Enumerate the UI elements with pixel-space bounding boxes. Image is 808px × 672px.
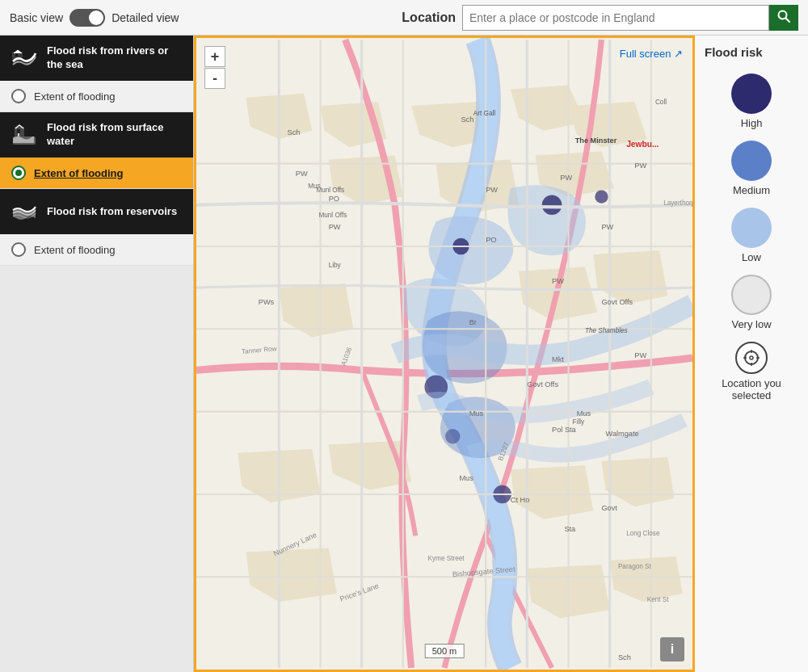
location-selected-icon: [735, 342, 768, 374]
svg-text:PO: PO: [486, 236, 496, 244]
svg-text:Mus: Mus: [469, 410, 484, 418]
legend-circle-very-low: [731, 275, 772, 315]
svg-text:PW: PW: [486, 186, 498, 194]
svg-text:Govt Offs: Govt Offs: [601, 298, 633, 306]
sidebar: Flood risk from rivers or the sea Extent…: [0, 36, 194, 672]
detailed-view-label: Detailed view: [112, 11, 179, 24]
svg-point-81: [745, 351, 758, 364]
radio-rivers-extent: [11, 89, 26, 103]
svg-text:PW: PW: [634, 162, 646, 170]
legend-item-low: Low: [705, 208, 798, 263]
info-icon: i: [671, 642, 674, 657]
surface-water-icon: [10, 120, 39, 149]
layer-header-reservoirs[interactable]: Flood risk from reservoirs: [0, 189, 193, 234]
svg-text:Layerthorpe: Layerthorpe: [663, 200, 692, 207]
svg-rect-3: [15, 53, 18, 57]
legend-circle-low: [731, 208, 772, 248]
svg-text:PO: PO: [329, 195, 339, 203]
view-toggle: Basic view Detailed view: [10, 9, 179, 27]
svg-text:Br: Br: [469, 318, 477, 326]
svg-text:Liby: Liby: [329, 262, 342, 269]
legend-label-medium: Medium: [733, 184, 770, 196]
layer-subitem-surface-extent[interactable]: Extent of flooding: [0, 158, 193, 189]
svg-text:PW: PW: [296, 170, 308, 178]
layer-title-rivers: Flood risk from rivers or the sea: [47, 44, 183, 72]
legend-circle-medium: [731, 141, 772, 181]
full-screen-label: Full screen: [620, 48, 671, 60]
map-container[interactable]: PW PW PW PW PW PW PW PWs PW Mkt Mus Mus …: [194, 36, 695, 672]
zoom-in-button[interactable]: +: [204, 46, 225, 67]
reservoirs-icon: [10, 197, 39, 226]
svg-text:Ct Ho: Ct Ho: [511, 496, 530, 504]
legend-label-low: Low: [742, 251, 761, 263]
crosshair-icon: [742, 348, 761, 368]
radio-surface-extent: [11, 166, 26, 180]
layer-group-rivers: Flood risk from rivers or the sea Extent…: [0, 36, 193, 112]
legend-item-medium: Medium: [705, 141, 798, 196]
layer-title-surface: Flood risk from surface water: [47, 121, 183, 149]
svg-text:PW: PW: [560, 174, 572, 182]
rivers-extent-label: Extent of flooding: [34, 90, 115, 103]
svg-text:Govt Offs: Govt Offs: [527, 380, 558, 388]
reservoirs-extent-label: Extent of flooding: [34, 244, 115, 256]
legend-location-selected: Location you selected: [705, 342, 798, 401]
surface-extent-label: Extent of flooding: [34, 167, 123, 179]
zoom-out-button[interactable]: -: [204, 68, 225, 89]
svg-text:Pol Sta: Pol Sta: [552, 426, 577, 434]
svg-text:Coll: Coll: [655, 99, 667, 106]
layer-subitem-reservoirs-extent[interactable]: Extent of flooding: [0, 234, 193, 266]
svg-text:Kent St: Kent St: [647, 596, 670, 603]
svg-text:Kyme Street: Kyme Street: [428, 555, 465, 562]
legend-label-high: High: [741, 117, 763, 129]
svg-text:Sch: Sch: [461, 116, 473, 124]
search-container: [462, 5, 798, 31]
svg-text:PWs: PWs: [259, 298, 275, 306]
search-input[interactable]: [462, 5, 769, 31]
view-toggle-switch[interactable]: [69, 9, 105, 27]
svg-text:Mkt: Mkt: [552, 355, 564, 363]
search-button[interactable]: [769, 5, 798, 31]
svg-text:Govt: Govt: [601, 504, 617, 512]
map-background: PW PW PW PW PW PW PW PWs PW Mkt Mus Mus …: [196, 38, 692, 670]
svg-text:Sch: Sch: [288, 128, 301, 136]
svg-text:Walmgate: Walmgate: [606, 430, 639, 438]
svg-line-1: [786, 18, 790, 22]
external-link-icon: ↗: [674, 48, 683, 60]
legend-item-high: High: [705, 74, 798, 129]
svg-rect-6: [17, 129, 20, 133]
svg-text:PW: PW: [634, 351, 646, 359]
layer-header-surface[interactable]: Flood risk from surface water: [0, 112, 193, 158]
svg-text:Sta: Sta: [564, 525, 576, 533]
svg-text:PW: PW: [601, 224, 613, 232]
location-label: Location: [402, 10, 456, 25]
header: Basic view Detailed view Location: [0, 0, 808, 36]
basic-view-label: Basic view: [10, 11, 63, 24]
svg-text:Mus: Mus: [459, 474, 473, 482]
svg-text:Long Close: Long Close: [626, 530, 660, 537]
full-screen-link[interactable]: Full screen ↗: [620, 48, 683, 60]
map-controls: + -: [204, 46, 225, 89]
svg-point-82: [750, 356, 753, 359]
svg-text:The Minster: The Minster: [575, 136, 617, 145]
layer-group-reservoirs: Flood risk from reservoirs Extent of flo…: [0, 189, 193, 266]
legend-circle-high: [731, 74, 772, 114]
svg-text:Mus: Mus: [308, 183, 320, 190]
layer-subitem-rivers-extent[interactable]: Extent of flooding: [0, 81, 193, 112]
svg-point-29: [595, 190, 608, 203]
radio-reservoirs-extent: [11, 242, 26, 257]
svg-point-28: [542, 195, 562, 216]
svg-text:PW: PW: [329, 224, 341, 232]
legend-label-very-low: Very low: [731, 318, 771, 330]
main-content: Flood risk from rivers or the sea Extent…: [0, 36, 808, 672]
layer-title-reservoirs: Flood risk from reservoirs: [47, 205, 177, 219]
search-icon: [777, 10, 790, 26]
svg-text:Paragon St: Paragon St: [618, 563, 652, 570]
svg-text:The Shambles: The Shambles: [585, 327, 628, 334]
layer-header-rivers[interactable]: Flood risk from rivers or the sea: [0, 36, 193, 81]
map-info-button[interactable]: i: [660, 637, 684, 662]
svg-text:Mus: Mus: [577, 410, 591, 418]
map-svg: PW PW PW PW PW PW PW PWs PW Mkt Mus Mus …: [196, 38, 692, 670]
legend-title: Flood risk: [705, 45, 798, 59]
svg-text:Art Gall: Art Gall: [473, 110, 495, 117]
legend-location-label: Location you selected: [705, 377, 798, 401]
